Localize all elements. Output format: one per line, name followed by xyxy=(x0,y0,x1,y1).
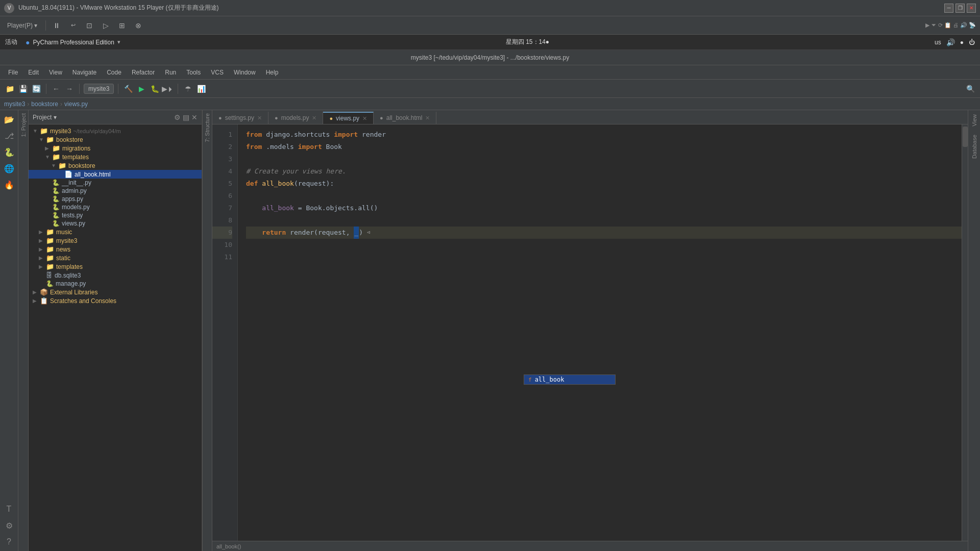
right-tab-database[interactable]: Database xyxy=(969,131,979,163)
tree-db-sqlite3[interactable]: ▶ 🗄 db.sqlite3 xyxy=(29,271,202,280)
tree-mysite3-inner[interactable]: ▶ 📁 mysite3 xyxy=(29,236,202,245)
panel-icon-settings[interactable]: ⚙ xyxy=(2,518,16,533)
keyboard-layout[interactable]: us xyxy=(935,39,941,46)
menu-view[interactable]: View xyxy=(45,68,66,77)
close-button[interactable]: ✕ xyxy=(967,4,976,13)
autocomplete-item-all-book[interactable]: f all_book xyxy=(524,375,615,384)
project-selector[interactable]: mysite3 xyxy=(84,84,114,94)
tree-news[interactable]: ▶ 📁 news xyxy=(29,245,202,254)
tree-admin-py[interactable]: ▶ 🐍 admin.py xyxy=(29,187,202,195)
code-content[interactable]: from django.shortcuts import render from… xyxy=(238,124,968,541)
forward-icon[interactable]: → xyxy=(64,83,75,94)
panel-icon-project[interactable]: 📂 xyxy=(2,112,16,127)
panel-icon-pycharm[interactable]: 🐍 xyxy=(2,145,16,159)
tree-label-init-py: __init__.py xyxy=(62,179,91,186)
network-icon[interactable]: ● xyxy=(960,39,964,46)
editor-scrollbar[interactable] xyxy=(962,124,968,541)
app-switcher[interactable]: ● PyCharm Professional Edition ▾ xyxy=(26,38,120,46)
tree-mysite3-root[interactable]: ▼ 📁 mysite3 ~/tedu/vip/day04/m xyxy=(29,127,202,135)
tree-views-py[interactable]: ▶ 🐍 views.py xyxy=(29,219,202,228)
menu-refactor[interactable]: Refactor xyxy=(128,68,159,77)
back-icon[interactable]: ← xyxy=(51,83,62,94)
allbook-tab-close[interactable]: ✕ xyxy=(425,115,430,121)
tab-models-py[interactable]: ● models.py ✕ xyxy=(268,112,323,124)
minimize-button[interactable]: ─ xyxy=(944,4,953,13)
menu-window[interactable]: Window xyxy=(230,68,260,77)
profile-icon[interactable]: 📊 xyxy=(195,83,207,94)
vm-unity-btn[interactable]: ⊞ xyxy=(116,20,128,31)
gear-icon[interactable]: ⚙ xyxy=(174,113,181,121)
activities-button[interactable]: 活动 xyxy=(5,38,17,46)
tree-all-book-html[interactable]: ▶ 📄 all_book.html xyxy=(29,170,202,179)
vm-restore-btn[interactable]: ↩ xyxy=(67,20,79,31)
vm-send-btn[interactable]: ⊡ xyxy=(84,20,95,31)
menu-code[interactable]: Code xyxy=(103,68,126,77)
vm-close-btn[interactable]: ⊗ xyxy=(133,20,144,31)
run-build-icon[interactable]: 🔨 xyxy=(122,83,134,94)
restore-button[interactable]: ❐ xyxy=(955,4,965,13)
tree-models-py[interactable]: ▶ 🐍 models.py xyxy=(29,203,202,211)
app-menu-arrow[interactable]: ▾ xyxy=(117,39,120,45)
tree-tests-py[interactable]: ▶ 🐍 tests.py xyxy=(29,211,202,219)
player-menu[interactable]: Player(P) ▾ xyxy=(4,21,40,30)
tab-views-py[interactable]: ● views.py ✕ xyxy=(323,112,374,124)
open-folder-icon[interactable]: 📁 xyxy=(4,83,15,94)
code-token: from xyxy=(246,129,262,141)
tree-apps-py[interactable]: ▶ 🐍 apps.py xyxy=(29,195,202,203)
search-everywhere-icon[interactable]: 🔍 xyxy=(965,83,976,94)
panel-icon-font[interactable]: T xyxy=(2,502,16,516)
right-tab-view[interactable]: View xyxy=(969,110,979,131)
volume-icon[interactable]: 🔊 xyxy=(946,38,955,46)
settings-tab-close[interactable]: ✕ xyxy=(257,115,262,121)
breadcrumb-mysite3[interactable]: mysite3 xyxy=(4,101,25,108)
tree-music[interactable]: ▶ 📁 music xyxy=(29,228,202,236)
py-icon-admin: 🐍 xyxy=(52,187,60,194)
models-tab-close[interactable]: ✕ xyxy=(312,115,316,121)
collapse-icon[interactable]: ▤ xyxy=(183,113,189,121)
run-config-icon[interactable]: ▶⏵ xyxy=(162,83,174,94)
vm-pause-btn[interactable]: ⏸ xyxy=(51,20,62,31)
tab-all-book-html[interactable]: ● all_book.html ✕ xyxy=(374,112,436,124)
panel-icon-help[interactable]: ? xyxy=(2,535,16,549)
pycharm-menubar: File Edit View Navigate Code Refactor Ru… xyxy=(0,65,980,80)
menu-navigate[interactable]: Navigate xyxy=(68,68,101,77)
breadcrumb-views[interactable]: views.py xyxy=(64,101,88,108)
vertical-tab-structure[interactable]: 7: Structure xyxy=(203,110,211,145)
window-controls[interactable]: ─ ❐ ✕ xyxy=(944,4,976,13)
line-num-9: 9 xyxy=(212,227,232,239)
tree-templates-root[interactable]: ▶ 📁 templates xyxy=(29,262,202,271)
tree-templates-bookstore[interactable]: ▼ 📁 templates xyxy=(29,153,202,161)
power-icon[interactable]: ⏻ xyxy=(969,39,975,46)
vm-fullscreen-btn[interactable]: ▷ xyxy=(100,20,111,31)
tree-migrations[interactable]: ▶ 📁 migrations xyxy=(29,144,202,153)
debug-icon[interactable]: 🐛 xyxy=(149,83,160,94)
save-icon[interactable]: 💾 xyxy=(17,83,29,94)
tab-settings-py[interactable]: ● settings.py ✕ xyxy=(212,112,268,124)
code-editor[interactable]: 1 2 3 4 5 6 7 8 9 10 11 from django.shor… xyxy=(212,124,968,541)
sync-icon[interactable]: 🔄 xyxy=(31,83,42,94)
panel-icon-vcs[interactable]: ⎇ xyxy=(2,129,16,143)
tree-scratches[interactable]: ▶ 📋 Scratches and Consoles xyxy=(29,296,202,305)
menu-help[interactable]: Help xyxy=(262,68,283,77)
autocomplete-popup[interactable]: f all_book xyxy=(524,374,616,385)
menu-edit[interactable]: Edit xyxy=(24,68,43,77)
tree-manage-py[interactable]: ▶ 🐍 manage.py xyxy=(29,280,202,288)
menu-vcs[interactable]: VCS xyxy=(207,68,228,77)
scrollbar-thumb[interactable] xyxy=(963,127,968,147)
run-icon[interactable]: ▶ xyxy=(136,83,147,94)
tree-bookstore[interactable]: ▼ 📁 bookstore xyxy=(29,135,202,144)
close-panel-icon[interactable]: ✕ xyxy=(191,113,198,121)
menu-run[interactable]: Run xyxy=(161,68,180,77)
panel-icon-fire[interactable]: 🔥 xyxy=(2,178,16,192)
tree-bookstore-inner[interactable]: ▼ 📁 bookstore xyxy=(29,161,202,170)
vertical-tab-project[interactable]: 1: Project xyxy=(19,110,28,140)
panel-icon-browser[interactable]: 🌐 xyxy=(2,161,16,176)
coverage-icon[interactable]: ☂ xyxy=(182,83,193,94)
views-tab-close[interactable]: ✕ xyxy=(362,115,367,122)
tree-static[interactable]: ▶ 📁 static xyxy=(29,254,202,262)
menu-tools[interactable]: Tools xyxy=(182,68,205,77)
tree-init-py[interactable]: ▶ 🐍 __init__.py xyxy=(29,179,202,187)
breadcrumb-bookstore[interactable]: bookstore xyxy=(31,101,58,108)
menu-file[interactable]: File xyxy=(4,68,22,77)
tree-external-libs[interactable]: ▶ 📦 External Libraries xyxy=(29,288,202,296)
